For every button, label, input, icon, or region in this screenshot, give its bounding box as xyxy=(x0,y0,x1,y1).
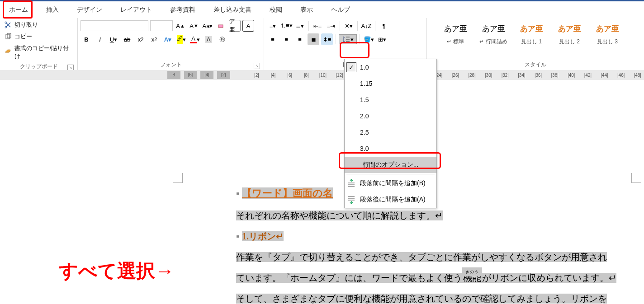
page-margin-corner xyxy=(173,173,183,183)
font-size-select[interactable] xyxy=(150,20,173,31)
distribute-button[interactable]: ⬍≡ xyxy=(321,33,333,45)
asian-layout-button[interactable]: ✕▾ xyxy=(343,20,355,32)
eraser-icon xyxy=(218,22,225,29)
tab-layout[interactable]: レイアウト xyxy=(116,2,156,18)
style-heading3[interactable]: あア亜 見出し 3 xyxy=(592,22,622,46)
cut-button[interactable]: 切り取り xyxy=(3,20,75,30)
line-spacing-1-5[interactable]: 1.5 xyxy=(345,92,436,108)
text-effects-button[interactable]: A▾ xyxy=(162,33,174,45)
decrease-indent-button[interactable]: ⇤≡ xyxy=(312,20,323,32)
tab-insert[interactable]: 挿入 xyxy=(42,2,63,18)
change-case-button[interactable]: Aa▾ xyxy=(202,20,213,32)
strikethrough-button[interactable]: ab xyxy=(121,33,133,45)
grow-font-button[interactable]: A▲ xyxy=(175,20,186,32)
character-border-button[interactable]: A xyxy=(242,20,254,32)
style-heading2[interactable]: あア亜 見出し 2 xyxy=(554,22,584,46)
tab-view[interactable]: 表示 xyxy=(296,2,317,18)
increase-indent-button[interactable]: ≡⇥ xyxy=(325,20,337,32)
line-spacing-menu: ✓ 1.0 1.15 1.5 2.0 2.5 3.0 行間のオプション... 段… xyxy=(344,59,437,208)
ribbon: 切り取り コピー 書式のコピー/貼り付け クリップボード ↘ xyxy=(0,18,644,70)
horizontal-ruler[interactable]: 8 |6| |4| |2| |2| |4| |6| |8| |10| |12| … xyxy=(0,70,644,80)
tab-design[interactable]: デザイン xyxy=(72,2,107,18)
doc-kino: きのう機能 xyxy=(462,273,482,283)
style-heading1[interactable]: あア亜 見出し 1 xyxy=(516,22,546,46)
borders-button[interactable]: ⊞▾ xyxy=(376,33,388,45)
ribbon-tab-bar: ホーム 挿入 デザイン レイアウト 参考資料 差し込み文書 校閲 表示 ヘルプ xyxy=(0,0,644,18)
font-family-select[interactable] xyxy=(80,20,148,31)
tab-home[interactable]: ホーム xyxy=(5,2,33,18)
line-spacing-2-5[interactable]: 2.5 xyxy=(345,124,436,140)
doc-p1: それぞれの名称や機能について順に解説します。↵ xyxy=(236,210,443,220)
shrink-font-button[interactable]: A▼ xyxy=(188,20,200,32)
svg-rect-4 xyxy=(218,25,223,28)
enclose-chars-button[interactable]: ㊕ xyxy=(216,33,228,45)
bullets-button[interactable]: ≡▾ xyxy=(267,20,279,32)
add-space-after-paragraph[interactable]: 段落後に間隔を追加(A) xyxy=(345,192,436,208)
check-icon: ✓ xyxy=(346,62,356,72)
subscript-button[interactable]: x2 xyxy=(135,33,147,45)
format-painter-icon xyxy=(5,49,12,56)
justify-button[interactable]: ≣ xyxy=(308,33,319,45)
space-before-icon xyxy=(346,178,356,188)
font-group-label: フォント ↘ xyxy=(80,60,261,70)
doc-p3: そして、さまざまなタブに便利な機能が用意されているので確認してみましょう。リボン… xyxy=(236,294,607,304)
doc-p2b-post: がリボンに収められています。↵ xyxy=(482,273,616,283)
style-no-spacing[interactable]: あア亜 ↵ 行間詰め xyxy=(478,22,508,46)
tab-mailings[interactable]: 差し込み文書 xyxy=(209,2,256,18)
space-after-icon xyxy=(346,195,356,205)
shading-button[interactable]: 🪣▾ xyxy=(363,33,374,45)
format-painter-label: 書式のコピー/貼り付け xyxy=(14,44,73,61)
menu-separator xyxy=(346,174,435,174)
page-margin-corner xyxy=(631,173,641,183)
font-color-button[interactable]: A▾ xyxy=(189,33,201,45)
tab-references[interactable]: 参考資料 xyxy=(166,2,200,18)
style-normal[interactable]: あア亜 ↵ 標準 xyxy=(440,22,470,46)
copy-label: コピー xyxy=(14,33,32,41)
styles-group-label: スタイル xyxy=(430,60,641,70)
phonetic-guide-button[interactable]: ア亜 xyxy=(229,20,241,32)
add-space-before-paragraph[interactable]: 段落前に間隔を追加(B) xyxy=(345,175,436,192)
styles-gallery[interactable]: あア亜 ↵ 標準 あア亜 ↵ 行間詰め あア亜 見出し 1 あア亜 見出し 2 … xyxy=(430,20,633,46)
doc-p2b-pre: ています。『ホームタブ』には、ワードで最もよく使う xyxy=(236,273,462,283)
italic-button[interactable]: I xyxy=(94,33,106,45)
bold-button[interactable]: B xyxy=(80,33,92,45)
doc-p2a: 作業を『タブ』で切り替えることができ、タブごとに作業がしやすくなるボタンが用意さ… xyxy=(236,252,607,262)
copy-button[interactable]: コピー xyxy=(3,32,75,42)
line-spacing-1-15[interactable]: 1.15 xyxy=(345,75,436,92)
bullet-icon: ▪ xyxy=(236,188,239,198)
show-marks-button[interactable]: ¶ xyxy=(378,20,390,32)
clear-formatting-button[interactable] xyxy=(215,20,227,32)
align-center-button[interactable]: ≡ xyxy=(280,33,292,45)
character-shading-button[interactable]: A xyxy=(203,33,214,45)
line-spacing-icon xyxy=(342,36,350,43)
numbering-button[interactable]: ⒈≡▾ xyxy=(280,20,292,32)
line-spacing-3[interactable]: 3.0 xyxy=(345,140,436,157)
format-painter-button[interactable]: 書式のコピー/貼り付け xyxy=(3,43,75,61)
font-dialog-launcher[interactable]: ↘ xyxy=(254,63,260,69)
doc-h2: 1.リボン↵ xyxy=(242,231,284,241)
sort-button[interactable]: A↓Z xyxy=(360,20,372,32)
multilevel-list-button[interactable]: ≣▾ xyxy=(294,20,306,32)
select-all-annotation: すべて選択→ xyxy=(59,258,174,284)
line-spacing-options[interactable]: 行間のオプション... xyxy=(345,157,436,173)
underline-button[interactable]: U▾ xyxy=(108,33,119,45)
tab-help[interactable]: ヘルプ xyxy=(327,2,355,18)
superscript-button[interactable]: x2 xyxy=(148,33,160,45)
doc-title: 【ワード】画面の名 xyxy=(242,187,333,199)
tab-review[interactable]: 校閲 xyxy=(265,2,287,18)
bullet-icon: ▪ xyxy=(236,231,239,241)
line-spacing-2[interactable]: 2.0 xyxy=(345,108,436,124)
line-spacing-1[interactable]: ✓ 1.0 xyxy=(345,59,436,75)
align-right-button[interactable]: ≡ xyxy=(294,33,306,45)
copy-icon xyxy=(5,33,12,40)
align-left-button[interactable]: ≡ xyxy=(267,33,279,45)
highlight-button[interactable]: 🖊▾ xyxy=(175,33,187,45)
scissors-icon xyxy=(5,21,12,28)
line-spacing-button[interactable]: ▾ xyxy=(339,34,357,44)
cut-label: 切り取り xyxy=(14,21,38,29)
